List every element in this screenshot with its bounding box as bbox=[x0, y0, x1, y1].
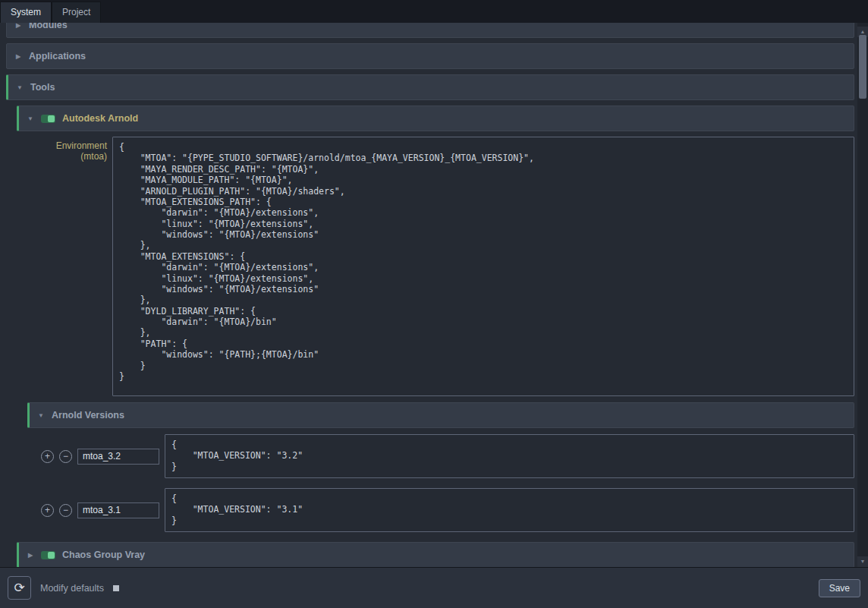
subgroup-header-arnold-versions[interactable]: ▼ Arnold Versions bbox=[27, 402, 854, 428]
remove-version-button[interactable]: − bbox=[59, 504, 72, 517]
section-label: Modules bbox=[29, 23, 68, 30]
section-header-modules[interactable]: ▶ Modules bbox=[6, 23, 854, 38]
modify-defaults-label: Modify defaults bbox=[40, 583, 104, 594]
section-label: Tools bbox=[30, 82, 55, 93]
environment-field-row: Environment (mtoa) { "MTOA": "{PYPE_STUD… bbox=[27, 137, 854, 396]
arnold-body: Environment (mtoa) { "MTOA": "{PYPE_STUD… bbox=[27, 137, 854, 532]
vertical-scrollbar[interactable]: ▲ ▼ bbox=[857, 23, 868, 567]
tools-body: ▼ Autodesk Arnold Environment (mtoa) { "… bbox=[17, 106, 854, 567]
add-version-button[interactable]: + bbox=[41, 504, 54, 517]
scrollbar-thumb[interactable] bbox=[859, 35, 866, 99]
collapse-arrow-icon: ▶ bbox=[14, 23, 22, 29]
version-name-input[interactable] bbox=[77, 502, 159, 518]
remove-version-button[interactable]: − bbox=[59, 450, 72, 463]
expand-arrow-icon: ▼ bbox=[16, 84, 24, 91]
version-name-input[interactable] bbox=[77, 449, 159, 465]
settings-panel: ▶ Modules ▶ Applications ▼ Tools ▼ bbox=[0, 23, 868, 567]
tab-bar: System Project bbox=[0, 0, 868, 23]
refresh-icon: ⟳ bbox=[14, 581, 24, 595]
group-label: Autodesk Arnold bbox=[62, 113, 138, 124]
field-label-environment: Environment (mtoa) bbox=[27, 137, 112, 162]
collapse-arrow-icon: ▶ bbox=[14, 53, 22, 60]
group-arnold: ▼ Autodesk Arnold Environment (mtoa) { "… bbox=[17, 106, 854, 532]
refresh-button[interactable]: ⟳ bbox=[8, 576, 31, 600]
expand-arrow-icon: ▼ bbox=[37, 412, 45, 419]
subgroup-arnold-versions: ▼ Arnold Versions + − { "MTOA_VERSION": … bbox=[27, 402, 854, 532]
scroll-down-button[interactable]: ▼ bbox=[857, 556, 868, 567]
toggle-knob-icon bbox=[48, 115, 55, 122]
group-header-arnold[interactable]: ▼ Autodesk Arnold bbox=[17, 106, 854, 131]
modify-defaults-indicator[interactable] bbox=[113, 585, 119, 591]
footer-bar: ⟳ Modify defaults Save bbox=[0, 567, 868, 608]
vray-enabled-toggle[interactable] bbox=[41, 551, 55, 559]
section-tools: ▼ Tools ▼ Autodesk Arnold bbox=[6, 74, 854, 567]
add-version-button[interactable]: + bbox=[41, 450, 54, 463]
settings-window: System Project ▶ Modules ▶ Applications … bbox=[0, 0, 868, 608]
group-header-vray[interactable]: ▶ Chaos Group Vray bbox=[17, 542, 854, 567]
arnold-enabled-toggle[interactable] bbox=[41, 115, 55, 123]
version-json-input[interactable]: { "MTOA_VERSION": "3.1" } bbox=[165, 488, 854, 532]
group-label: Chaos Group Vray bbox=[62, 550, 145, 560]
settings-scroll-area: ▶ Modules ▶ Applications ▼ Tools ▼ bbox=[0, 23, 857, 567]
expand-arrow-icon: ▼ bbox=[27, 115, 34, 122]
version-row: + − { "MTOA_VERSION": "3.1" } bbox=[41, 488, 854, 532]
tab-project[interactable]: Project bbox=[52, 2, 101, 23]
version-json-input[interactable]: { "MTOA_VERSION": "3.2" } bbox=[165, 434, 854, 478]
environment-json-input[interactable]: { "MTOA": "{PYPE_STUDIO_SOFTWARE}/arnold… bbox=[112, 137, 854, 396]
collapse-arrow-icon: ▶ bbox=[27, 552, 34, 559]
section-header-applications[interactable]: ▶ Applications bbox=[6, 43, 854, 69]
subgroup-label: Arnold Versions bbox=[52, 410, 124, 421]
save-button[interactable]: Save bbox=[819, 579, 860, 597]
toggle-knob-icon bbox=[48, 552, 55, 559]
version-row: + − { "MTOA_VERSION": "3.2" } bbox=[41, 434, 854, 478]
section-header-tools[interactable]: ▼ Tools bbox=[6, 74, 854, 100]
tab-system[interactable]: System bbox=[0, 2, 52, 23]
section-label: Applications bbox=[29, 51, 86, 61]
